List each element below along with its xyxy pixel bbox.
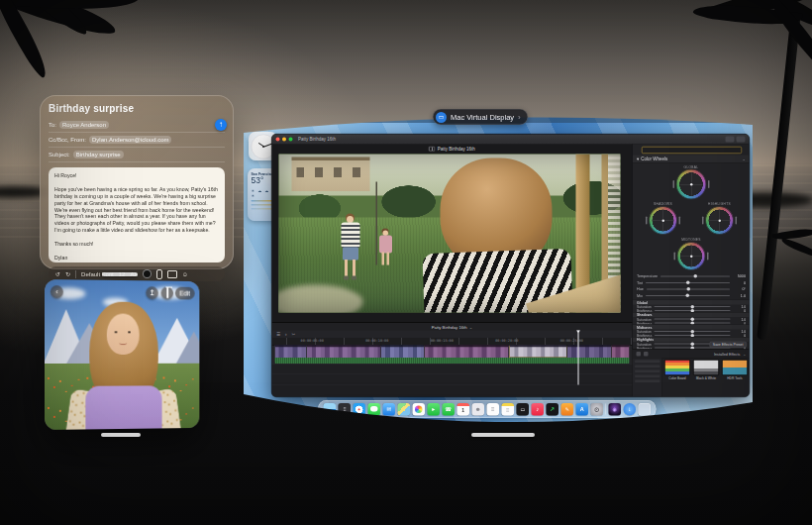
param-mix[interactable]: Mix1.0 xyxy=(633,292,750,299)
video-clip[interactable] xyxy=(307,345,381,358)
menu-trim[interactable]: Trim xyxy=(329,114,339,120)
dock-icon-facetime[interactable]: ▸ xyxy=(428,403,441,416)
slider[interactable] xyxy=(660,275,730,276)
menu-modify[interactable]: Modify xyxy=(377,114,392,120)
zoom-button[interactable] xyxy=(289,137,293,141)
ruler-timecode: 00:00:05:00 xyxy=(301,339,324,343)
insert-photo-icon[interactable] xyxy=(167,270,177,278)
slider[interactable] xyxy=(655,310,731,311)
text-color-button[interactable] xyxy=(143,269,152,278)
effect-item[interactable]: Color Board xyxy=(664,360,690,380)
dock-icon-final-cut-pro[interactable]: ◉ xyxy=(609,403,622,416)
dock-icon-settings[interactable]: ⚙ xyxy=(591,403,604,416)
apple-menu-icon[interactable] xyxy=(252,115,256,120)
toolbar-button[interactable] xyxy=(726,136,735,142)
menu-edit[interactable]: Edit xyxy=(314,114,323,120)
dock-icon-tv[interactable]: ▭ xyxy=(517,403,530,416)
slider[interactable] xyxy=(654,319,730,320)
index-icon[interactable]: ☰ xyxy=(276,332,280,337)
back-button[interactable]: ‹ xyxy=(51,285,63,298)
color-wheel-highlights[interactable] xyxy=(706,207,734,235)
slider[interactable] xyxy=(646,295,730,296)
slider[interactable] xyxy=(646,282,730,283)
emoji-icon[interactable]: ☺ xyxy=(182,271,188,277)
attachment-icon[interactable] xyxy=(156,269,162,279)
trim-icon[interactable]: ✂ xyxy=(292,332,296,337)
trash-icon[interactable] xyxy=(161,286,173,299)
effect-item[interactable]: Black & White xyxy=(693,360,719,380)
dock-icon-music[interactable]: ♪ xyxy=(532,403,545,416)
dock-icon-notes[interactable]: ≡ xyxy=(502,403,515,416)
dock-icon-launchpad[interactable]: ⠿ xyxy=(339,403,352,416)
dock-icon-messages[interactable] xyxy=(368,403,381,416)
undo-icon[interactable]: ↺ xyxy=(55,270,60,277)
slider[interactable] xyxy=(647,288,730,289)
menu-mark[interactable]: Mark xyxy=(346,114,356,120)
color-wheel-midtones[interactable] xyxy=(677,243,705,270)
effects-categories[interactable] xyxy=(633,359,662,398)
control-center-icon[interactable] xyxy=(726,115,733,120)
video-clip[interactable] xyxy=(567,345,611,358)
mail-drag-bar[interactable] xyxy=(102,272,138,276)
ccbcc-from-label[interactable]: Cc/Bcc, From: xyxy=(49,137,86,143)
dock-icon-contacts[interactable]: ☻ xyxy=(472,403,485,416)
menu-view[interactable]: View xyxy=(399,114,410,120)
dock-icon-maps[interactable] xyxy=(398,403,411,416)
dock-icon-phone[interactable]: ☎ xyxy=(443,403,456,416)
video-clip[interactable] xyxy=(612,345,630,358)
selected-clip-chip[interactable] xyxy=(642,147,742,154)
save-effects-preset-button[interactable]: Save Effects Preset xyxy=(709,342,747,349)
slider[interactable] xyxy=(654,331,730,332)
menu-window[interactable]: Window xyxy=(416,114,434,120)
effect-thumbnail xyxy=(664,360,690,375)
display-drag-bar[interactable] xyxy=(471,433,535,437)
color-wheel-global[interactable] xyxy=(676,169,706,199)
edit-button[interactable]: Edit xyxy=(175,287,195,300)
send-button[interactable]: ↑ xyxy=(215,119,227,131)
effects-icon[interactable] xyxy=(637,352,642,357)
wheel-label: SHADOWS xyxy=(639,202,688,206)
color-wheel-shadows[interactable] xyxy=(650,207,677,235)
dock-icon-calendar[interactable]: 1 xyxy=(457,403,470,416)
playhead[interactable] xyxy=(578,331,579,385)
effects-browser: Installed Effects ⌄ Color Board Black & … xyxy=(633,350,751,398)
dock-icon-mail[interactable]: ✉ xyxy=(383,403,396,416)
share-icon[interactable]: ↥ xyxy=(146,286,157,299)
video-clip[interactable] xyxy=(275,345,307,358)
mail-body-editor[interactable]: Hi Royce! Hope you've been having a nice… xyxy=(49,167,225,262)
viewer-video[interactable] xyxy=(279,155,621,313)
video-clip-selected[interactable] xyxy=(509,345,567,358)
video-clip[interactable] xyxy=(425,345,509,358)
inspector-header[interactable]: ▾ Color Wheels ⌄ xyxy=(633,156,750,163)
dock-icon-downloads[interactable]: ↓ xyxy=(624,403,637,416)
mac-virtual-display-pill[interactable]: ▭ Mac Virtual Display › xyxy=(433,109,528,125)
dock-icon-app-store[interactable]: A xyxy=(576,403,589,416)
subject-value[interactable]: Birthday surprise xyxy=(73,151,124,158)
dock-icon-stocks[interactable]: ↗ xyxy=(547,403,559,416)
slider[interactable] xyxy=(655,323,731,324)
menu-clip[interactable]: Clip xyxy=(362,114,371,120)
dock-icon-safari[interactable]: ✦ xyxy=(354,403,366,416)
dock-icon-reminders[interactable]: ≡ xyxy=(487,403,500,416)
slider[interactable] xyxy=(655,335,731,336)
redo-icon[interactable]: ↻ xyxy=(65,270,70,277)
video-clip[interactable] xyxy=(381,345,424,358)
effect-item[interactable]: HDR Tools xyxy=(722,360,748,380)
dock-icon-photos[interactable] xyxy=(413,403,426,416)
dock-icon-trash[interactable] xyxy=(639,403,652,416)
menu-app-name[interactable]: Final Cut Pro xyxy=(262,114,293,120)
tool-icon[interactable]: ⌖ xyxy=(285,332,288,338)
effects-filter[interactable]: Installed Effects xyxy=(714,352,740,357)
dock-icon-pages[interactable]: ✎ xyxy=(561,403,574,416)
to-recipient-token[interactable]: Royce Anderson xyxy=(59,121,109,129)
minimize-button[interactable] xyxy=(282,137,286,141)
dock-icon-finder[interactable] xyxy=(324,403,337,416)
toolbar-button[interactable] xyxy=(737,136,746,142)
transitions-icon[interactable] xyxy=(644,352,649,357)
from-address-token[interactable]: Dylan.Anderson@icloud.com xyxy=(89,136,171,144)
menu-file[interactable]: File xyxy=(300,114,308,120)
fcp-title-bar[interactable]: Patty Birthday 16th xyxy=(272,135,750,145)
photos-drag-bar[interactable] xyxy=(101,433,141,437)
close-button[interactable] xyxy=(276,137,280,141)
slider[interactable] xyxy=(654,306,730,307)
